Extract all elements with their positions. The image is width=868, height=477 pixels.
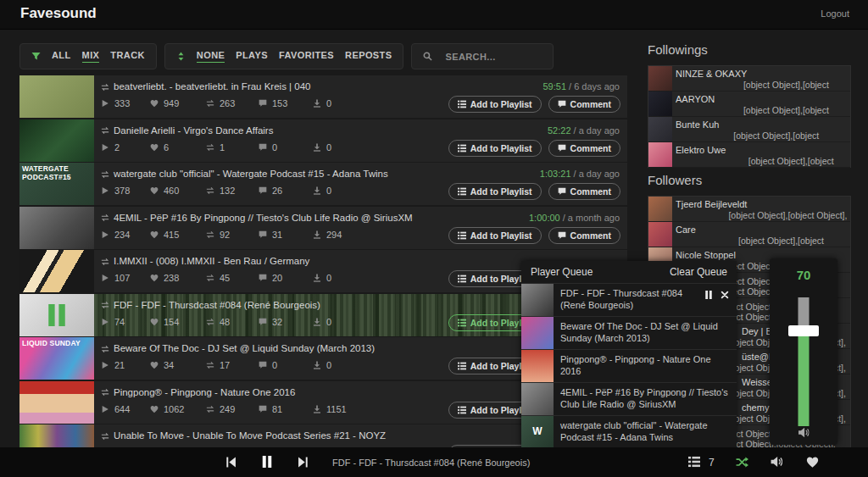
- logout-link[interactable]: Logout: [821, 8, 849, 19]
- search-input[interactable]: [443, 51, 542, 63]
- volume-slider[interactable]: [788, 297, 819, 426]
- queue-toggle-icon[interactable]: [688, 456, 700, 468]
- queue-item[interactable]: Beware Of The Doc - DJ Set @ Liquid Sund…: [521, 316, 737, 349]
- track-artwork[interactable]: [19, 381, 94, 424]
- track-artwork[interactable]: LIQUID SUNDAY: [19, 337, 94, 380]
- add-to-playlist-button[interactable]: Add to Playlist: [448, 140, 542, 157]
- comment-icon: [259, 143, 267, 152]
- track-row[interactable]: 4EMIL - PëP #16 By Pingpong // Tiesto's …: [19, 207, 627, 249]
- comment-button[interactable]: Comment: [548, 183, 620, 200]
- playlist-icon: [458, 187, 466, 196]
- filter-option[interactable]: TRACK: [110, 50, 145, 63]
- add-to-playlist-button[interactable]: Add to Playlist: [448, 183, 542, 200]
- queue-item-title: FDF - FDF - Thursdcast #084 (René Bourge…: [554, 284, 704, 316]
- track-artwork[interactable]: [19, 294, 94, 336]
- player-bar: FDF - FDF - Thursdcast #084 (René Bourge…: [0, 447, 868, 477]
- volume-icon[interactable]: [771, 456, 782, 468]
- artwork-text: WATERGATE PODCAST#15: [22, 165, 94, 182]
- likes-stat: 238: [150, 273, 206, 283]
- queue-count: 7: [709, 457, 715, 469]
- download-icon: [313, 361, 321, 369]
- track-artwork[interactable]: WATERGATE PODCAST#15: [19, 163, 94, 205]
- downloads-stat: 0: [313, 317, 364, 327]
- speaker-icon[interactable]: [798, 427, 810, 438]
- queue-item[interactable]: 4EMIL - PëP #16 By Pingpong // Tiesto's …: [521, 382, 737, 415]
- track-artwork[interactable]: [19, 119, 94, 162]
- comments-stat: 81: [259, 404, 313, 414]
- search-box: [411, 43, 554, 69]
- like-icon[interactable]: [806, 456, 819, 469]
- next-track-button[interactable]: [298, 457, 309, 468]
- downloads-stat: 1151: [313, 404, 364, 414]
- previous-track-button[interactable]: [225, 457, 236, 468]
- clear-queue-button[interactable]: Clear Queue: [670, 266, 727, 278]
- track-row[interactable]: WATERGATE PODCAST#15 watergate club "off…: [19, 163, 627, 205]
- player-queue-panel: Player Queue Clear Queue FDF - FDF - Thu…: [521, 261, 737, 447]
- sort-option[interactable]: NONE: [197, 50, 225, 63]
- tracks-count-stat: [object Object],[object Object],[object …: [732, 80, 850, 92]
- track-artwork[interactable]: [19, 75, 94, 118]
- following-row[interactable]: Bunte Kuh 85 575 [object Object],[object…: [648, 117, 850, 142]
- heart-icon: [150, 274, 159, 282]
- follow-add-stat: 148: [676, 105, 702, 117]
- queue-item-artwork: [521, 350, 554, 382]
- track-posted-ago: a day ago: [571, 125, 620, 136]
- comment-button[interactable]: Comment: [548, 96, 620, 113]
- followers-heading: Followers: [648, 173, 851, 190]
- comments-stat: 20: [259, 273, 313, 283]
- download-icon: [313, 186, 321, 195]
- heart-icon: [150, 318, 159, 326]
- track-artwork[interactable]: [19, 207, 94, 249]
- downloads-stat: 0: [313, 186, 364, 196]
- following-row[interactable]: Elektro Uwe 1447 4735 [object Object],[o…: [648, 142, 850, 168]
- pause-button[interactable]: [261, 456, 273, 468]
- track-row[interactable]: beatverliebt. - beatverliebt. in Frau Kr…: [19, 75, 627, 118]
- comment-button[interactable]: Comment: [548, 140, 620, 157]
- app-title: Favesound: [20, 5, 97, 22]
- follower-row[interactable]: Tjeerd Beijleveldt 69 25 [object Object]…: [648, 197, 850, 222]
- add-to-playlist-button[interactable]: Add to Playlist: [448, 96, 542, 113]
- track-row[interactable]: Danielle Arielli - Virgo's Dance Affairs…: [19, 119, 627, 162]
- avatar: [648, 142, 672, 167]
- filter-option[interactable]: MIX: [82, 50, 100, 63]
- tracks-count-stat: [object Object],[object Object],[object …: [722, 130, 850, 142]
- comments-stat: 26: [259, 186, 313, 196]
- reposts-stat: 45: [206, 273, 259, 283]
- close-icon[interactable]: [721, 291, 729, 299]
- volume-track-upper[interactable]: [798, 297, 810, 325]
- tracks-count-stat: [object Object],[object Object],[object …: [717, 210, 850, 222]
- likes-stat: 6: [150, 142, 206, 153]
- sort-option[interactable]: FAVORITES: [279, 50, 334, 63]
- plays-stat: 644: [101, 404, 150, 414]
- tracks-count-stat: [object Object],[object Object],[object …: [727, 236, 850, 247]
- pause-icon[interactable]: [704, 291, 713, 299]
- following-row[interactable]: NINZE & OKAXY 628 7613 [object Object],[…: [648, 66, 850, 92]
- avatar: [648, 92, 672, 116]
- comments-stat: 0: [259, 360, 313, 370]
- sort-option[interactable]: REPOSTS: [345, 50, 392, 63]
- queue-item[interactable]: Pingpong® - Pingpong - Nature One 2016: [521, 349, 737, 382]
- follower-row[interactable]: Care 620 536 [object Object],[object Obj…: [648, 222, 850, 247]
- filter-option[interactable]: ALL: [52, 50, 71, 63]
- shuffle-icon[interactable]: [736, 456, 748, 469]
- sort-option[interactable]: PLAYS: [236, 50, 268, 63]
- artwork-text: W: [532, 426, 542, 438]
- comment-button[interactable]: Comment: [548, 227, 620, 244]
- following-row[interactable]: AARYON 148 4855 [object Object],[object …: [648, 92, 850, 117]
- track-artwork[interactable]: [19, 250, 94, 292]
- download-icon: [313, 230, 321, 239]
- volume-value: 70: [770, 268, 837, 282]
- volume-track-lower[interactable]: [798, 336, 810, 426]
- play-icon: [101, 361, 109, 369]
- queue-item[interactable]: W watergate club "official" - Watergate …: [521, 415, 737, 447]
- download-icon: [313, 405, 321, 413]
- likes-stat: 949: [150, 98, 206, 108]
- search-icon: [423, 52, 432, 61]
- pause-icon[interactable]: [46, 304, 68, 326]
- queue-item[interactable]: FDF - FDF - Thursdcast #084 (René Bourge…: [521, 283, 737, 316]
- add-to-playlist-button[interactable]: Add to Playlist: [448, 227, 542, 244]
- playlist-icon: [458, 100, 466, 108]
- download-icon: [313, 318, 321, 326]
- volume-handle[interactable]: [788, 325, 819, 336]
- comment-icon: [259, 274, 267, 282]
